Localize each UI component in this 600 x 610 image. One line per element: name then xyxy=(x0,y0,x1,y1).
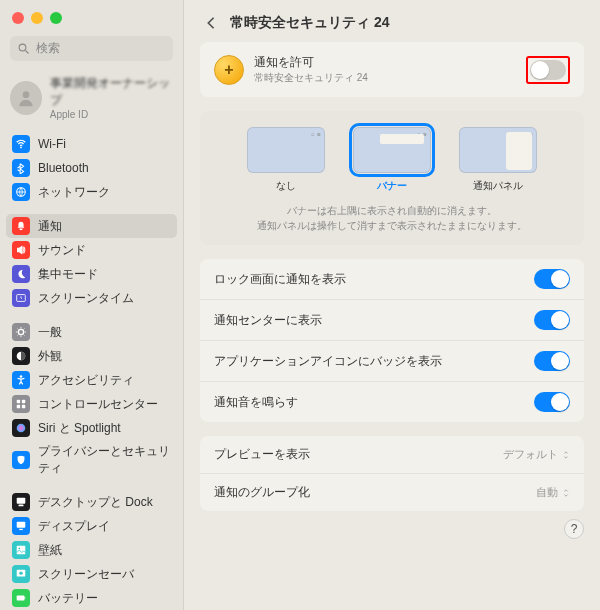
setting-sound: 通知音を鳴らす xyxy=(214,394,298,411)
allow-toggle[interactable] xyxy=(530,60,566,80)
nav-icon xyxy=(12,289,30,307)
style-banner[interactable]: ⌕ ☰ バナー xyxy=(353,127,431,193)
nav-icon xyxy=(12,493,30,511)
toggle-center[interactable] xyxy=(534,310,570,330)
nav-icon xyxy=(12,451,30,469)
maximize-icon[interactable] xyxy=(50,12,62,24)
sidebar-item[interactable]: ディスプレイ xyxy=(6,514,177,538)
allow-title: 通知を許可 xyxy=(254,54,516,71)
svg-rect-15 xyxy=(18,505,23,507)
svg-point-20 xyxy=(19,571,22,574)
style-none[interactable]: ⌕ ☰ なし xyxy=(247,127,325,193)
sidebar-item[interactable]: サウンド xyxy=(6,238,177,262)
minimize-icon[interactable] xyxy=(31,12,43,24)
window-controls[interactable] xyxy=(0,0,183,32)
toggle-badge[interactable] xyxy=(534,351,570,371)
page-title: 常時安全セキュリティ 24 xyxy=(230,14,389,32)
back-button[interactable] xyxy=(202,14,220,32)
sidebar-item[interactable]: Siri と Spotlight xyxy=(6,416,177,440)
app-icon: + xyxy=(214,55,244,85)
search-input[interactable]: 検索 xyxy=(10,36,173,61)
setting-center: 通知センターに表示 xyxy=(214,312,322,329)
setting-lock: ロック画面に通知を表示 xyxy=(214,271,346,288)
svg-rect-11 xyxy=(17,405,20,408)
chevron-updown-icon xyxy=(562,451,570,459)
search-icon xyxy=(18,43,30,55)
style-desc-2: 通知パネルは操作して消すまで表示されたままになります。 xyxy=(240,218,544,233)
group-row[interactable]: 通知のグループ化自動 xyxy=(200,474,584,511)
nav-icon xyxy=(12,419,30,437)
nav-icon xyxy=(12,541,30,559)
help-button[interactable]: ? xyxy=(564,519,584,539)
search-placeholder: 検索 xyxy=(36,40,60,57)
svg-point-18 xyxy=(18,547,20,549)
sidebar-item[interactable]: アクセシビリティ xyxy=(6,368,177,392)
sidebar-item[interactable]: 外観 xyxy=(6,344,177,368)
nav-icon xyxy=(12,241,30,259)
nav-icon xyxy=(12,347,30,365)
nav-icon xyxy=(12,565,30,583)
sidebar-nav: Wi-FiBluetoothネットワーク 通知サウンド集中モードスクリーンタイム… xyxy=(0,132,183,610)
chevron-updown-icon xyxy=(562,489,570,497)
setting-badge: アプリケーションアイコンにバッジを表示 xyxy=(214,353,442,370)
svg-rect-22 xyxy=(24,597,25,599)
nav-icon xyxy=(12,217,30,235)
nav-icon xyxy=(12,589,30,607)
preview-row[interactable]: プレビューを表示デフォルト xyxy=(200,436,584,474)
nav-icon xyxy=(12,517,30,535)
sidebar-item[interactable]: 一般 xyxy=(6,320,177,344)
toggle-sound[interactable] xyxy=(534,392,570,412)
svg-rect-21 xyxy=(17,595,25,600)
account-name: 事業開発オーナーシップ xyxy=(50,75,173,109)
account-sub: Apple ID xyxy=(50,109,173,120)
sidebar-item[interactable]: バッテリー xyxy=(6,586,177,610)
nav-icon xyxy=(12,323,30,341)
svg-rect-14 xyxy=(17,498,26,504)
sidebar-item[interactable]: Bluetooth xyxy=(6,156,177,180)
style-panel[interactable]: ⌕ ☰ 通知パネル xyxy=(459,127,537,193)
svg-point-13 xyxy=(17,424,26,433)
svg-point-6 xyxy=(18,329,23,334)
style-desc-1: バナーは右上隅に表示され自動的に消えます。 xyxy=(240,203,544,218)
sidebar-item[interactable]: スクリーンタイム xyxy=(6,286,177,310)
sidebar-item[interactable]: ネットワーク xyxy=(6,180,177,204)
sidebar-item[interactable]: デスクトップと Dock xyxy=(6,490,177,514)
close-icon[interactable] xyxy=(12,12,24,24)
allow-sub: 常時安全セキュリティ 24 xyxy=(254,71,516,85)
sidebar-item[interactable]: スクリーンセーバ xyxy=(6,562,177,586)
svg-point-8 xyxy=(20,375,23,378)
svg-point-0 xyxy=(19,44,26,51)
nav-icon xyxy=(12,371,30,389)
nav-icon xyxy=(12,183,30,201)
account-row[interactable]: 事業開発オーナーシップ Apple ID xyxy=(0,71,183,132)
nav-icon xyxy=(12,159,30,177)
sidebar-item[interactable]: 壁紙 xyxy=(6,538,177,562)
sidebar-item[interactable]: プライバシーとセキュリティ xyxy=(6,440,177,480)
svg-rect-12 xyxy=(22,405,25,408)
nav-icon xyxy=(12,395,30,413)
svg-point-2 xyxy=(23,91,30,98)
svg-rect-16 xyxy=(17,522,26,528)
svg-rect-10 xyxy=(22,400,25,403)
nav-icon xyxy=(12,265,30,283)
sidebar-item[interactable]: コントロールセンター xyxy=(6,392,177,416)
svg-point-3 xyxy=(20,147,22,149)
sidebar-item[interactable]: Wi-Fi xyxy=(6,132,177,156)
sidebar-item[interactable]: 通知 xyxy=(6,214,177,238)
svg-rect-17 xyxy=(17,546,26,555)
avatar xyxy=(10,81,42,115)
svg-line-1 xyxy=(26,50,29,53)
svg-rect-9 xyxy=(17,400,20,403)
toggle-lock[interactable] xyxy=(534,269,570,289)
sidebar-item[interactable]: 集中モード xyxy=(6,262,177,286)
nav-icon xyxy=(12,135,30,153)
